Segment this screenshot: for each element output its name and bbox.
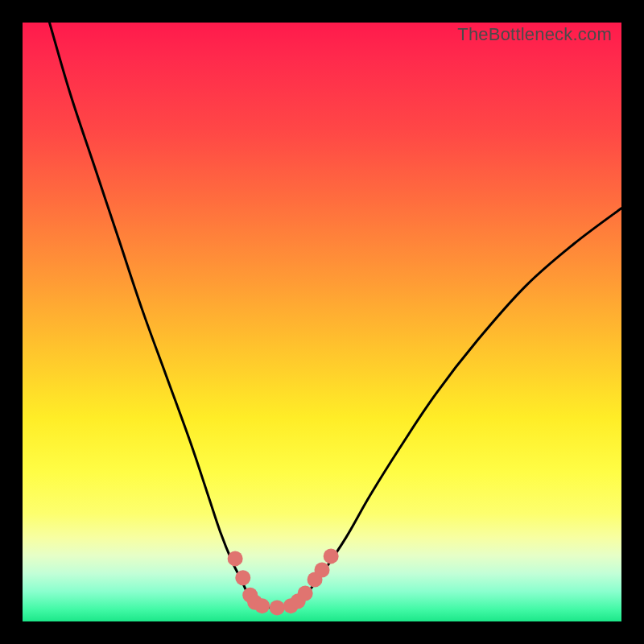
highlight-dot <box>324 548 339 564</box>
highlight-dot <box>298 586 313 601</box>
plot-area: TheBottleneck.com <box>23 23 621 621</box>
v-curve <box>49 23 621 608</box>
highlight-dot <box>315 563 330 578</box>
chart-frame: TheBottleneck.com <box>0 0 644 644</box>
bottleneck-curve <box>23 23 621 621</box>
highlight-dot <box>228 551 243 566</box>
highlight-dot <box>235 570 250 585</box>
highlight-dot <box>270 600 285 615</box>
highlight-dot <box>254 598 270 613</box>
